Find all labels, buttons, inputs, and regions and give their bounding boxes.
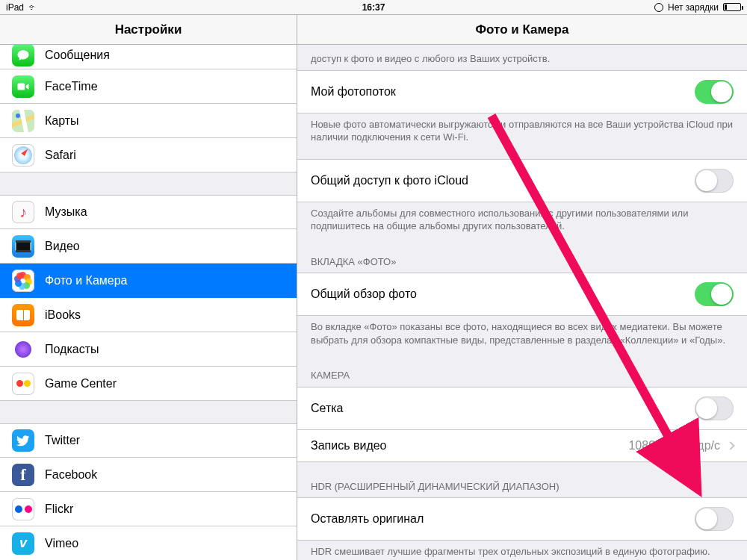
sidebar-item-label: Карты bbox=[45, 114, 285, 128]
hdr-header: HDR (РАСШИРЕННЫЙ ДИНАМИЧЕСКИЙ ДИАПАЗОН) bbox=[297, 476, 747, 498]
icloud-sharing-footer: Создайте альбомы для совместного использ… bbox=[297, 202, 747, 237]
sidebar-item-label: FaceTime bbox=[45, 80, 285, 93]
svg-rect-3 bbox=[16, 242, 31, 251]
toggle-photostream[interactable] bbox=[695, 80, 734, 104]
facebook-icon: f bbox=[12, 464, 34, 486]
chevron-right-icon bbox=[726, 441, 734, 449]
sidebar-item-label: Facebook bbox=[45, 468, 285, 482]
toggle-hdr-keep-original[interactable] bbox=[695, 507, 734, 531]
detail-pane: Фото и Камера доступ к фото и видео с лю… bbox=[297, 15, 747, 560]
sidebar-item-ibooks[interactable]: iBooks bbox=[0, 298, 297, 332]
grid-label: Сетка bbox=[311, 402, 695, 415]
svg-point-2 bbox=[16, 113, 20, 118]
sidebar-group-social: Twitter f Facebook Flickr v Vimeo bbox=[0, 423, 297, 560]
row-photostream: Мой фотопоток bbox=[297, 70, 747, 113]
svg-rect-4 bbox=[16, 240, 31, 243]
sidebar-item-label: Сообщения bbox=[45, 49, 285, 62]
sidebar-item-label: Game Center bbox=[45, 377, 285, 391]
sidebar-group-media: ♪ Музыка Видео Фото и Камера iBooks Подк… bbox=[0, 195, 297, 401]
sidebar-item-messages[interactable]: Сообщения bbox=[0, 45, 297, 69]
row-icloud-sharing: Общий доступ к фото iCloud bbox=[297, 159, 747, 202]
row-hdr-keep-original: Оставлять оригинал bbox=[297, 497, 747, 541]
sidebar-item-podcasts[interactable]: Подкасты bbox=[0, 332, 297, 367]
safari-icon bbox=[12, 144, 34, 167]
hdr-footer: HDR смешивает лучшие фрагменты трех отде… bbox=[297, 541, 747, 560]
hdr-keep-label: Оставлять оригинал bbox=[311, 512, 695, 526]
sidebar-item-vimeo[interactable]: v Vimeo bbox=[0, 526, 297, 560]
row-summary: Общий обзор фото bbox=[297, 273, 747, 316]
summary-label: Общий обзор фото bbox=[311, 287, 695, 301]
sidebar-item-facebook[interactable]: f Facebook bbox=[0, 458, 297, 492]
status-bar: iPad ᯤ 16:37 Нет зарядки bbox=[0, 0, 747, 15]
sidebar-item-maps[interactable]: Карты bbox=[0, 104, 297, 138]
clock: 16:37 bbox=[0, 2, 747, 13]
row-record-video[interactable]: Запись видео 1080p, 30 кадр/с bbox=[297, 430, 747, 462]
messages-icon bbox=[12, 45, 34, 66]
sidebar-item-twitter[interactable]: Twitter bbox=[0, 423, 297, 458]
facetime-icon bbox=[12, 75, 34, 98]
vimeo-icon: v bbox=[12, 532, 34, 555]
sidebar-item-music[interactable]: ♪ Музыка bbox=[0, 195, 297, 229]
row-grid: Сетка bbox=[297, 387, 747, 430]
sidebar-item-label: Vimeo bbox=[45, 537, 285, 550]
battery-icon bbox=[723, 3, 741, 11]
flickr-icon bbox=[12, 498, 34, 520]
sidebar-item-label: Twitter bbox=[45, 434, 285, 447]
photos-icon bbox=[12, 270, 34, 292]
svg-rect-5 bbox=[16, 250, 31, 252]
icloud-library-footer: доступ к фото и видео с любого из Ваших … bbox=[297, 45, 747, 70]
music-icon: ♪ bbox=[12, 201, 34, 223]
photostream-label: Мой фотопоток bbox=[311, 85, 695, 99]
podcasts-icon bbox=[12, 338, 34, 361]
sidebar-item-photos[interactable]: Фото и Камера bbox=[0, 264, 297, 298]
icloud-sharing-label: Общий доступ к фото iCloud bbox=[311, 174, 695, 187]
twitter-icon bbox=[12, 429, 34, 452]
ibooks-icon bbox=[12, 304, 34, 326]
sidebar-item-label: Видео bbox=[45, 240, 285, 253]
detail-title: Фото и Камера bbox=[297, 15, 747, 45]
toggle-grid[interactable] bbox=[695, 396, 734, 420]
sidebar-item-label: Safari bbox=[45, 149, 285, 162]
maps-icon bbox=[12, 110, 34, 132]
record-video-value: 1080p, 30 кадр/с bbox=[628, 439, 720, 452]
record-video-label: Запись видео bbox=[311, 439, 628, 452]
sidebar-item-label: Подкасты bbox=[45, 343, 285, 356]
sidebar-item-safari[interactable]: Safari bbox=[0, 138, 297, 172]
sidebar-item-label: Flickr bbox=[45, 503, 285, 516]
sidebar-item-flickr[interactable]: Flickr bbox=[0, 492, 297, 526]
gamecenter-icon bbox=[12, 373, 34, 395]
video-icon bbox=[12, 235, 34, 258]
toggle-summary[interactable] bbox=[695, 282, 734, 306]
sidebar: Настройки Сообщения FaceTime Карты Safar… bbox=[0, 15, 297, 560]
sidebar-item-label: iBooks bbox=[45, 308, 285, 322]
sidebar-item-gamecenter[interactable]: Game Center bbox=[0, 367, 297, 401]
sidebar-title: Настройки bbox=[0, 15, 297, 45]
photostream-footer: Новые фото автоматически выгружаются и о… bbox=[297, 113, 747, 149]
sidebar-item-facetime[interactable]: FaceTime bbox=[0, 69, 297, 104]
sidebar-item-video[interactable]: Видео bbox=[0, 229, 297, 264]
sidebar-item-label: Фото и Камера bbox=[45, 274, 285, 287]
sidebar-item-label: Музыка bbox=[45, 205, 285, 219]
sync-icon bbox=[654, 3, 663, 12]
photos-tab-header: ВКЛАДКА «ФОТО» bbox=[297, 251, 747, 273]
svg-rect-0 bbox=[18, 83, 25, 90]
summary-footer: Во вкладке «Фото» показаны все фото, нах… bbox=[297, 316, 747, 351]
sidebar-group-system: Сообщения FaceTime Карты Safari bbox=[0, 45, 297, 172]
toggle-icloud-sharing[interactable] bbox=[695, 169, 734, 193]
camera-header: КАМЕРА bbox=[297, 364, 747, 387]
